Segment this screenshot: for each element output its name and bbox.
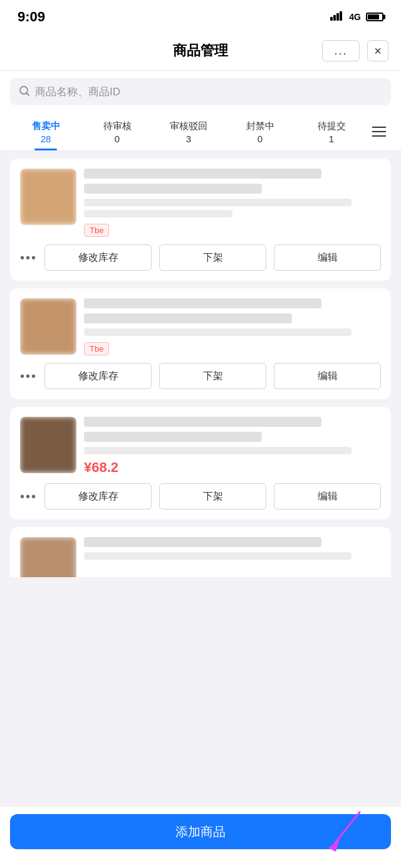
product-details: ¥68.2 [84,417,381,476]
signal-icon [330,11,344,23]
product-price-tag: Tbe [84,342,109,355]
product-name-blur [84,298,321,308]
tab-draft-label: 待提交 [318,120,346,132]
status-time: 9:09 [18,9,45,25]
product-info: ¥68.2 [20,417,381,476]
tab-pending[interactable]: 待审核 0 [81,113,153,150]
tab-selling[interactable]: 售卖中 28 [10,113,81,150]
product-image-partial [20,537,76,577]
page-title: 商品管理 [173,41,228,60]
svg-rect-2 [336,13,339,21]
svg-marker-10 [328,839,340,852]
product-desc-blur [84,328,352,336]
product-name-blur-2 [84,313,292,323]
tab-menu-icon[interactable] [367,118,391,145]
search-icon [19,85,30,99]
edit-button[interactable]: 编辑 [274,363,381,389]
edit-button[interactable]: 编辑 [274,483,381,510]
product-image [20,169,76,225]
svg-line-9 [335,812,360,844]
more-dots[interactable]: ••• [20,367,37,386]
product-price: ¥68.2 [84,459,381,476]
product-info: Tbe [20,298,381,355]
search-placeholder: 商品名称、商品ID [35,85,120,99]
add-product-button[interactable]: 添加商品 [10,814,391,849]
modify-inventory-button[interactable]: 修改库存 [44,483,152,510]
tab-selling-count: 28 [41,133,51,144]
svg-rect-3 [340,11,342,21]
product-desc-blur-2 [84,210,232,217]
tabs-container: 售卖中 28 待审核 0 审核驳回 3 封禁中 0 待提交 1 [0,113,401,151]
more-dots[interactable]: ••• [20,487,37,506]
product-desc-blur [84,199,352,206]
status-icons: 4G [330,11,383,23]
delist-button[interactable]: 下架 [159,363,266,389]
content-area: Tbe ••• 修改库存 下架 编辑 Tbe ••• 修改库存 下架 [0,151,401,640]
header: 商品管理 ... × [0,31,401,71]
add-product-label: 添加商品 [175,824,226,840]
product-image [20,298,76,355]
product-details: Tbe [84,169,381,237]
modify-inventory-button[interactable]: 修改库存 [44,363,152,389]
add-button-container: 添加商品 [0,807,401,868]
tab-rejected-label: 审核驳回 [170,120,207,132]
battery-icon [366,13,383,21]
product-price-tag: Tbe [84,224,109,237]
tab-banned-label: 封禁中 [246,120,274,132]
tab-rejected[interactable]: 审核驳回 3 [153,113,224,150]
tab-selling-label: 售卖中 [32,120,60,132]
product-image [20,417,76,473]
edit-button[interactable]: 编辑 [274,244,381,271]
tab-pending-label: 待审核 [103,120,132,132]
svg-line-5 [27,93,29,95]
product-name-blur [84,169,321,179]
tab-rejected-count: 3 [186,133,191,144]
tab-banned-count: 0 [258,133,263,144]
tab-pending-count: 0 [115,133,120,144]
search-container: 商品名称、商品ID [0,71,401,113]
close-button[interactable]: × [367,40,388,61]
arrow-annotation [316,809,366,856]
product-card: Tbe ••• 修改库存 下架 编辑 [10,159,391,281]
tab-draft[interactable]: 待提交 1 [296,113,367,150]
product-desc-blur [84,447,352,454]
status-bar: 9:09 4G [0,0,401,31]
product-name-blur-2 [84,184,262,194]
product-details: Tbe [84,298,381,355]
action-row: ••• 修改库存 下架 编辑 [20,244,381,271]
product-name-blur-partial [84,537,321,547]
product-card: Tbe ••• 修改库存 下架 编辑 [10,288,391,399]
product-card: ¥68.2 ••• 修改库存 下架 编辑 [10,407,391,520]
network-label: 4G [349,12,361,22]
product-name-blur [84,417,321,427]
product-info-partial [20,537,381,577]
product-info: Tbe [20,169,381,237]
action-row: ••• 修改库存 下架 编辑 [20,363,381,389]
delist-button[interactable]: 下架 [159,483,266,510]
partial-product-card [10,527,391,577]
product-name-blur-2 [84,432,262,442]
search-bar[interactable]: 商品名称、商品ID [10,78,391,105]
tab-banned[interactable]: 封禁中 0 [224,113,296,150]
product-details-partial [84,537,381,577]
action-row: ••• 修改库存 下架 编辑 [20,483,381,510]
tab-draft-count: 1 [329,133,334,144]
header-actions: ... × [322,40,388,61]
modify-inventory-button[interactable]: 修改库存 [44,244,152,271]
svg-rect-0 [330,17,333,21]
svg-rect-1 [333,15,336,21]
delist-button[interactable]: 下架 [159,244,266,271]
more-button[interactable]: ... [322,40,360,61]
product-desc-blur-partial [84,552,352,560]
more-dots[interactable]: ••• [20,248,37,268]
